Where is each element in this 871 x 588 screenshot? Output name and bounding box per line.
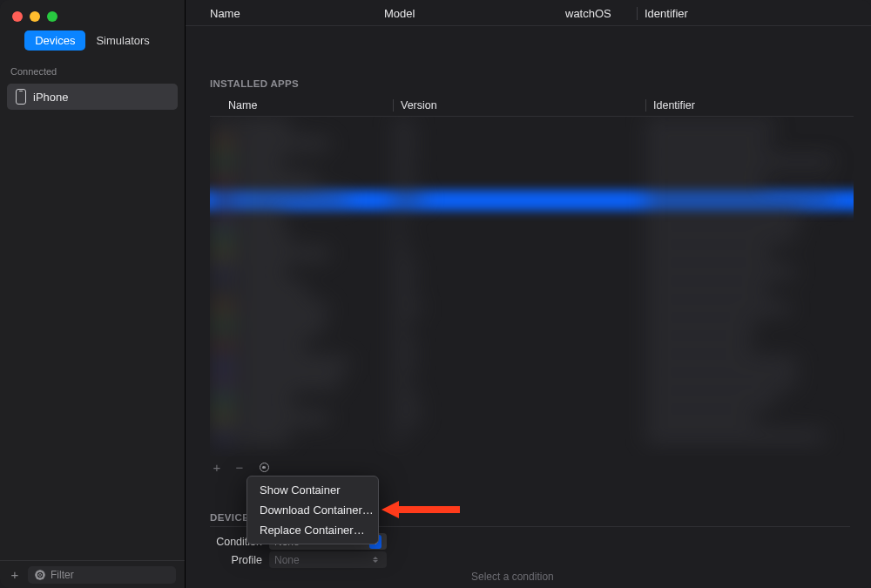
filter-icon xyxy=(35,570,45,580)
iphone-icon xyxy=(16,89,26,105)
menu-download-container[interactable]: Download Container… xyxy=(247,500,378,520)
tab-devices[interactable]: Devices xyxy=(24,30,85,51)
profile-label: Profile xyxy=(210,554,262,566)
sidebar-section-connected: Connected xyxy=(0,63,185,80)
installed-apps-label: INSTALLED APPS xyxy=(186,26,871,94)
installed-apps-body[interactable] xyxy=(210,117,854,456)
container-context-menu: Show Container Download Container… Repla… xyxy=(246,476,379,544)
annotation-arrow xyxy=(381,499,460,520)
sidebar-tabs: Devices Simulators xyxy=(24,30,160,51)
add-app-button[interactable]: + xyxy=(210,460,224,475)
filter-placeholder: Filter xyxy=(51,569,74,581)
apps-column-identifier[interactable]: Identifier xyxy=(645,99,854,112)
remove-app-button[interactable]: − xyxy=(233,460,246,475)
sidebar-footer: + Filter xyxy=(0,560,185,588)
apps-column-name[interactable]: Name xyxy=(227,99,393,112)
svg-marker-0 xyxy=(381,501,460,518)
column-model[interactable]: Model xyxy=(384,7,565,20)
window-controls xyxy=(0,0,185,27)
ellipsis-circle-icon xyxy=(260,463,269,472)
installed-apps-columns: Name Version Identifier xyxy=(210,94,854,117)
chevron-updown-icon xyxy=(369,553,381,567)
menu-replace-container[interactable]: Replace Container… xyxy=(247,520,378,540)
column-identifier[interactable]: Identifier xyxy=(637,7,857,20)
column-watchos[interactable]: watchOS xyxy=(565,7,637,20)
minimize-window-button[interactable] xyxy=(30,11,40,22)
sidebar: Devices Simulators Connected iPhone + Fi… xyxy=(0,0,186,588)
app-actions-menu-button[interactable] xyxy=(255,461,273,475)
profile-select: None xyxy=(269,551,387,568)
apps-column-version[interactable]: Version xyxy=(393,99,645,112)
condition-hint: Select a condition xyxy=(210,569,850,583)
installed-apps-table: Name Version Identifier xyxy=(210,94,854,456)
close-window-button[interactable] xyxy=(12,11,23,22)
filter-input[interactable]: Filter xyxy=(28,566,176,584)
add-button[interactable]: + xyxy=(9,567,21,582)
tab-simulators[interactable]: Simulators xyxy=(85,30,159,51)
sidebar-device-label: iPhone xyxy=(33,91,68,104)
zoom-window-button[interactable] xyxy=(47,11,57,22)
profile-value: None xyxy=(274,554,300,566)
column-name[interactable]: Name xyxy=(210,7,384,20)
sidebar-device-iphone[interactable]: iPhone xyxy=(7,84,178,110)
menu-show-container[interactable]: Show Container xyxy=(247,480,378,500)
paired-watches-header: Name Model watchOS Identifier xyxy=(186,0,871,26)
